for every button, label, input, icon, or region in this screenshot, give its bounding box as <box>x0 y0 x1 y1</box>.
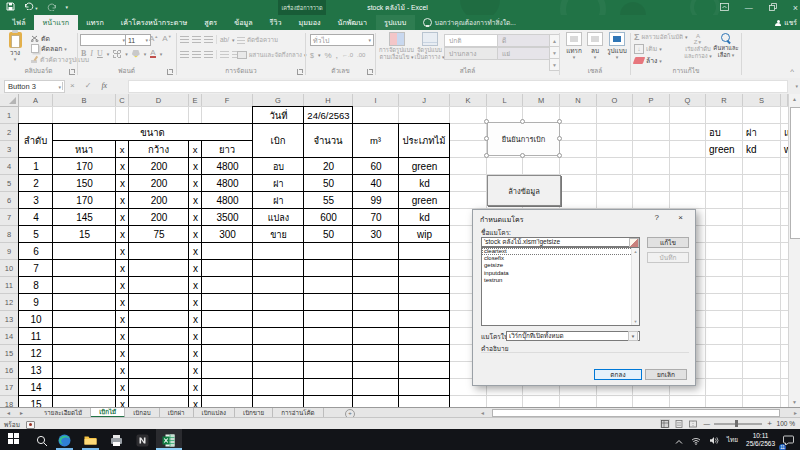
taskbar-grayapp[interactable] <box>110 433 123 446</box>
cell-D5[interactable]: 200 <box>129 175 189 192</box>
row-header-1[interactable]: 1 <box>0 107 19 124</box>
cell-E4[interactable]: x <box>189 158 202 175</box>
cell-C8[interactable]: x <box>116 226 129 243</box>
cell-F7[interactable]: 3500 <box>202 209 253 226</box>
cell-E10[interactable]: x <box>189 260 202 277</box>
wifi-icon[interactable] <box>691 431 701 449</box>
cell-D6[interactable]: 200 <box>129 192 189 209</box>
font-dialog-launcher-icon[interactable] <box>167 69 173 75</box>
select-all-corner[interactable] <box>0 94 19 107</box>
cell-E16[interactable]: x <box>189 362 202 379</box>
fill-button[interactable]: ↓ เติม ▾ <box>634 43 662 54</box>
cell-header-size[interactable]: ขนาด <box>53 124 252 140</box>
align-top-icon[interactable] <box>180 36 189 43</box>
cell-subheader-0[interactable]: หนา <box>53 141 115 157</box>
conditional-formatting-button[interactable]: การจัดรูปแบบ ตามเงื่อนไข ▾ <box>377 32 416 61</box>
collapse-ribbon-icon[interactable]: ^ <box>790 69 794 75</box>
cell-C6[interactable]: x <box>116 192 129 209</box>
zoom-out-icon[interactable]: — <box>704 420 711 427</box>
redo-icon[interactable] <box>47 3 57 13</box>
font-color-icon[interactable]: A <box>150 49 155 58</box>
taskbar-edge[interactable] <box>58 433 71 446</box>
row-header-12[interactable]: 12 <box>0 294 19 311</box>
cell-J6[interactable]: green <box>399 192 450 209</box>
align-bottom-icon[interactable] <box>204 36 213 43</box>
selection-handle[interactable] <box>557 136 562 141</box>
search-button[interactable] <box>36 433 49 446</box>
cell-H5[interactable]: 50 <box>304 175 353 192</box>
cell-F8[interactable]: 300 <box>202 226 253 243</box>
cell-A4[interactable]: 1 <box>19 158 53 175</box>
cell-A15[interactable]: 12 <box>19 345 53 362</box>
dialog-cancel-button[interactable]: ยกเลิก <box>645 369 687 380</box>
cell-style-bad[interactable]: แย่ <box>497 47 553 60</box>
taskbar-explorer[interactable] <box>84 433 97 446</box>
vertical-scrollbar[interactable]: ▲ ▼ <box>788 94 800 407</box>
row-header-11[interactable]: 11 <box>0 277 19 294</box>
format-cells-button[interactable]: รูปแบบ ▾ <box>606 32 628 61</box>
cell-subheader-4[interactable]: ยาว <box>202 141 252 157</box>
horizontal-scroll-thumb[interactable] <box>492 409 780 417</box>
cell-A5[interactable]: 2 <box>19 175 53 192</box>
cell-A17[interactable]: 14 <box>19 379 53 396</box>
format-as-table-button[interactable]: จัดรูปแบบ เป็นตาราง ▾ <box>416 32 443 61</box>
font-size-combo[interactable]: 11▾ <box>125 34 151 46</box>
cell-G4[interactable]: อบ <box>253 158 304 175</box>
cell-C16[interactable]: x <box>116 362 129 379</box>
insert-cells-button[interactable]: แทรก ▾ <box>564 32 584 61</box>
cell-subheader-2[interactable]: กว้าง <box>129 141 188 157</box>
scroll-up-icon[interactable]: ▲ <box>789 96 800 102</box>
alignment-dialog-launcher-icon[interactable] <box>297 69 303 75</box>
close-button[interactable]: × <box>793 3 798 13</box>
cell-E7[interactable]: x <box>189 209 202 226</box>
cell-E17[interactable]: x <box>189 379 202 396</box>
cell-H7[interactable]: 600 <box>304 209 353 226</box>
zoom-in-icon[interactable]: + <box>767 419 772 428</box>
increase-decimal-icon[interactable]: ←.0 <box>342 52 353 58</box>
cell-E15[interactable]: x <box>189 345 202 362</box>
page-layout-view-icon[interactable] <box>674 419 684 428</box>
row-header-14[interactable]: 14 <box>0 328 19 345</box>
cell-G8[interactable]: ขาย <box>253 226 304 243</box>
cell-C15[interactable]: x <box>116 345 129 362</box>
cell-header-6[interactable]: เบิก <box>253 124 303 157</box>
macro-record-icon[interactable] <box>26 421 35 429</box>
cell-A10[interactable]: 7 <box>19 260 53 277</box>
cell-C11[interactable]: x <box>116 277 129 294</box>
cell-subheader-3[interactable]: x <box>189 141 201 157</box>
volume-icon[interactable] <box>709 431 719 449</box>
selection-handle[interactable] <box>484 153 489 158</box>
align-middle-icon[interactable] <box>192 36 201 43</box>
macro-list-item-testrun[interactable]: testrun <box>482 277 639 284</box>
cell-H4[interactable]: 20 <box>304 158 353 175</box>
align-left-icon[interactable] <box>180 51 189 58</box>
cell-C17[interactable]: x <box>116 379 129 396</box>
delete-cells-button[interactable]: ลบ ▾ <box>586 32 604 61</box>
cell-style-good[interactable]: ดี <box>497 34 553 47</box>
row-header-15[interactable]: 15 <box>0 345 19 362</box>
comma-style-icon[interactable]: , <box>336 50 339 60</box>
row-header-9[interactable]: 9 <box>0 243 19 260</box>
selection-handle[interactable] <box>557 153 562 158</box>
cell-C5[interactable]: x <box>116 175 129 192</box>
row-header-10[interactable]: 10 <box>0 260 19 277</box>
find-select-button[interactable]: ค้นหาและ เลือก ▾ <box>712 33 740 59</box>
row-header-17[interactable]: 17 <box>0 379 19 396</box>
restore-button[interactable] <box>769 3 777 13</box>
confirm-entry-icon[interactable]: ✓ <box>85 81 92 90</box>
action-center-button[interactable]: 11 <box>783 431 794 449</box>
cell-C10[interactable]: x <box>116 260 129 277</box>
cell-B7[interactable]: 145 <box>53 209 116 226</box>
cell-E18[interactable]: x <box>189 396 202 407</box>
sort-filter-button[interactable]: AZ▼ เรียงลำดับ และกรอง ▾ <box>685 33 711 60</box>
row-header-8[interactable]: 8 <box>0 226 19 243</box>
scroll-down-icon[interactable]: ▼ <box>789 399 800 405</box>
clipboard-dialog-launcher-icon[interactable] <box>69 69 75 75</box>
cell-E8[interactable]: x <box>189 226 202 243</box>
ribbon-tab-item[interactable]: ข้อมูล <box>226 15 261 30</box>
row-header-4[interactable]: 4 <box>0 158 19 175</box>
dialog-ok-button[interactable]: ตกลง <box>594 369 642 380</box>
cell-G6[interactable]: ผ่า <box>253 192 304 209</box>
ribbon-tab-active[interactable]: หน้าแรก <box>34 15 78 30</box>
orientation-icon[interactable]: ab/ <box>220 36 229 43</box>
